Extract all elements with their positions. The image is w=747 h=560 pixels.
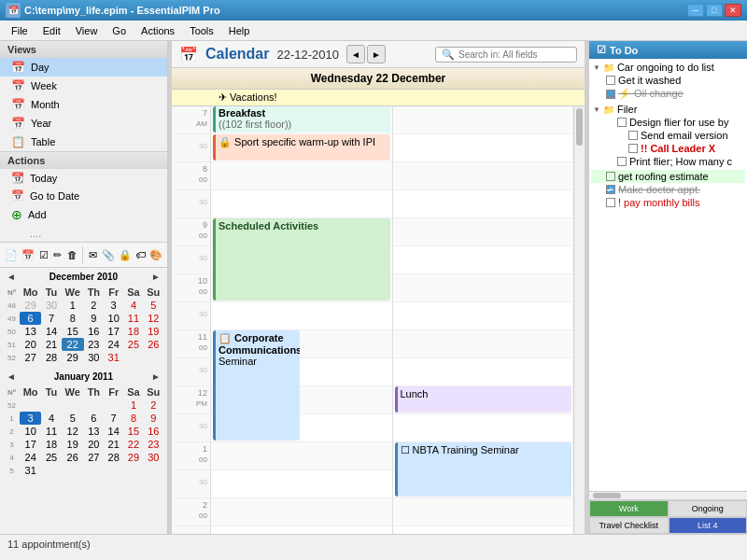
todo-scroll-track[interactable] [589,491,747,500]
todo-item-bills[interactable]: ! pay monthly bills [591,196,745,209]
minimize-button[interactable]: ─ [687,4,704,17]
mini-cal-january: ◄ January 2011 ► Nº MoTuWeThFr SaSu 52 1… [0,368,167,481]
calendar-search[interactable]: 🔍 [435,47,577,63]
sidebar-item-week[interactable]: 📅 Week [0,77,167,95]
menu-view[interactable]: View [68,23,106,38]
menu-tools[interactable]: Tools [182,23,221,38]
todo-cb-call[interactable] [628,144,638,153]
folder-icon: 📁 [603,63,614,73]
cal-scrollbar-thumb[interactable] [576,108,583,146]
todo-item-wash[interactable]: Get it washed [591,74,745,87]
tb-color-btn[interactable]: 🎨 [148,245,163,265]
maximize-button[interactable]: □ [706,4,723,17]
todo-section-car-header[interactable]: ▼ 📁 Car ongoing to do list [591,61,745,74]
time-9am: 9 00 [172,218,210,246]
tb-attach-btn[interactable]: 📎 [101,245,116,265]
todo-cb-design[interactable] [617,118,627,127]
vacation-event[interactable]: ✈ Vacations! [218,91,277,103]
time-1pm: 1 00 [172,442,210,470]
tb-edit-btn[interactable]: ✏ [51,245,63,265]
tb-del-btn[interactable]: 🗑 [66,245,78,265]
tb-mail-btn[interactable]: ✉ [86,245,98,265]
mini-cal-jan-prev-btn[interactable]: ◄ [4,371,19,382]
menu-edit[interactable]: Edit [35,23,68,38]
menu-bar: File Edit View Go Actions Tools Help [0,21,747,41]
time-1030: 30 [172,302,210,330]
cal-scrollbar[interactable] [573,106,585,534]
todo-item-print[interactable]: Print flier; How many c [591,155,745,168]
menu-file[interactable]: File [4,23,35,38]
todo-item-doctor[interactable]: ✓ Make doctor appt. [591,183,745,196]
events-right-col: Lunch ☐ NBTA Training Seminar [393,106,574,534]
time-gutter: 7 AM 30 8 00 30 9 00 [172,106,211,534]
todo-tab-work[interactable]: Work [589,500,669,517]
todo-item-oil[interactable]: ✓ ⚡ Oil change [591,87,745,101]
menu-actions[interactable]: Actions [134,23,182,38]
time-12pm: 12 PM [172,386,210,414]
action-more[interactable]: .... [0,225,167,242]
goto-icon: 📅 [11,189,24,202]
todo-item-roofing[interactable]: get roofing estimate [591,170,745,183]
todo-item-email[interactable]: Send email version [591,129,745,142]
tb-cat-btn[interactable]: 🏷 [134,245,147,265]
todo-tab-ongoing[interactable]: Ongoing [669,500,748,517]
todo-cb-print[interactable] [617,157,627,166]
menu-help[interactable]: Help [221,23,258,38]
mini-cal-jan-next-btn[interactable]: ► [148,371,163,382]
todo-tab-travel[interactable]: Travel Checklist [589,517,669,534]
todo-cb-email[interactable] [628,131,638,140]
scheduled-event[interactable]: Scheduled Activities [213,218,390,301]
todo-item-design[interactable]: Design flier for use by [591,116,745,129]
todo-cb-bills[interactable] [606,198,615,207]
todo-scroll-thumb[interactable] [593,493,621,498]
actions-section: Actions 📆 Today 📅 Go to Date ⊕ Add .... [0,152,167,243]
breakfast-event[interactable]: Breakfast ((102 first floor)) [213,106,390,133]
calendar-icon: 📅 [179,46,198,63]
mini-cal-tu-header: Tu [41,286,61,299]
tb-cal-btn[interactable]: 📅 [21,245,35,265]
todo-section-car: ▼ 📁 Car ongoing to do list Get it washed… [591,61,745,101]
sport-event[interactable]: 🔒 Sport specific warm-up with IPI [213,134,390,161]
cal-prev-btn[interactable]: ◄ [346,45,365,63]
nbta-event[interactable]: ☐ NBTA Training Seminar [395,442,572,497]
mini-cal-row: 52 12 [4,399,163,412]
mini-cal-sa-header: Sa [123,286,143,299]
time-2pm: 2 00 [172,498,210,526]
todo-cb-wash[interactable] [606,76,615,85]
action-add[interactable]: ⊕ Add [0,204,167,225]
status-text: 11 appointment(s) [7,539,91,550]
todo-cb-roofing[interactable] [606,172,615,181]
corporate-seminar-event[interactable]: 📋 Corporate Communications Seminar [213,330,300,441]
action-goto[interactable]: 📅 Go to Date [0,187,167,204]
title-bar-controls[interactable]: ─ □ ✕ [687,4,741,17]
tb-lock-btn[interactable]: 🔒 [118,245,133,265]
todo-tab-list4[interactable]: List 4 [669,517,748,534]
mini-cal-next-btn[interactable]: ► [148,272,163,282]
title-bar-left: 📅 C:\temp\my_life.epim - EssentialPIM Pr… [6,3,220,18]
close-button[interactable]: ✕ [725,4,741,17]
mini-cal-row: 2 1011121314 1516 [4,425,163,438]
mini-cal-th-header: Th [84,286,104,299]
mini-cal-prev-btn[interactable]: ◄ [4,272,19,282]
tb-new-btn[interactable]: 📄 [4,245,19,265]
todo-cb-doctor[interactable]: ✓ [606,185,615,194]
calendar-body: 7 AM 30 8 00 30 9 00 [172,106,585,534]
todo-label-email: Send email version [641,130,728,141]
action-today[interactable]: 📆 Today [0,169,167,187]
month-icon: 📅 [11,98,25,111]
mini-cal-row: 4 2425262728 2930 [4,451,163,464]
sidebar-item-day[interactable]: 📅 Day [0,58,167,77]
todo-item-call[interactable]: !! Call Leader X [591,142,745,155]
todo-section-filer-header[interactable]: ▼ 📁 Filer [591,103,745,116]
cal-next-btn[interactable]: ► [367,45,386,63]
views-title: Views [0,41,167,58]
lunch-event[interactable]: Lunch [395,386,572,413]
sidebar-item-table[interactable]: 📋 Table [0,133,167,151]
menu-go[interactable]: Go [105,23,134,38]
search-input[interactable] [458,49,571,60]
tb-check-btn[interactable]: ☑ [37,245,49,265]
sidebar-item-month[interactable]: 📅 Month [0,95,167,114]
todo-cb-oil[interactable]: ✓ [606,90,615,99]
mini-cal-mo-header: Mo [20,286,41,299]
sidebar-item-year[interactable]: 📅 Year [0,114,167,133]
